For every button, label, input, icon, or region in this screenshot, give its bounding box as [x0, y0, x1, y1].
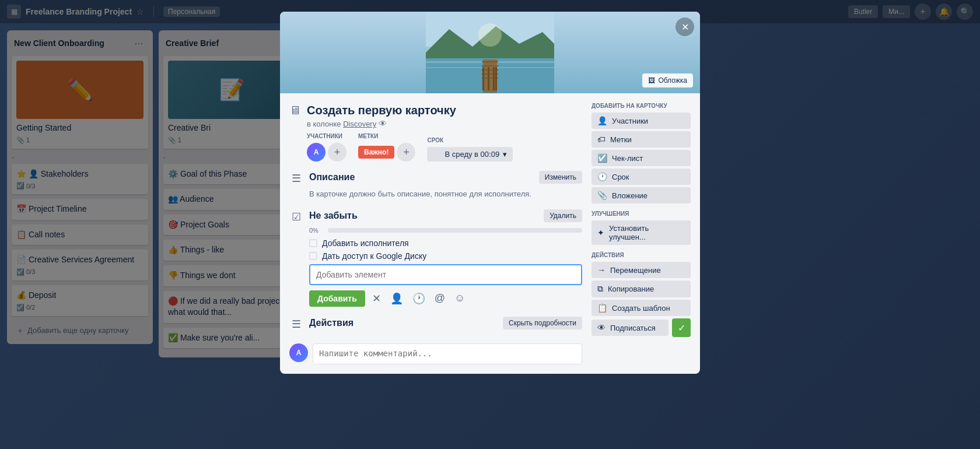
checklist-icon: ☑	[289, 211, 303, 223]
modal-title-wrap: Создать первую карточку в колонке Discov…	[307, 103, 456, 128]
label-important[interactable]: Важно!	[358, 146, 394, 159]
cover-label: Обложка	[658, 76, 687, 85]
emoji-icon-btn[interactable]: ☺	[452, 290, 467, 307]
description-text: В карточке должно быть описание, понятно…	[309, 188, 582, 200]
sidebar-btn-labels[interactable]: 🏷 Метки	[592, 131, 691, 148]
due-checkbox	[433, 150, 441, 159]
actions-icon: ☰	[289, 318, 303, 331]
actions-header: Действия Скрыть подробности	[309, 317, 582, 329]
due-text: В среду в 00:09	[444, 150, 499, 159]
cover-image	[426, 12, 554, 93]
improve-icon: ✦	[597, 228, 604, 237]
assign-icon-btn[interactable]: 👤	[388, 290, 405, 307]
labels-content: Важно! +	[358, 143, 415, 162]
sidebar-checklist-label: Чек-лист	[612, 154, 643, 163]
due-content: В среду в 00:09 ▾	[427, 147, 513, 162]
sidebar-btn-copy[interactable]: ⧉ Копирование	[592, 280, 691, 297]
progress-bar-track	[328, 228, 582, 233]
svg-rect-14	[493, 67, 495, 90]
modal-overlay[interactable]: 🖼 Обложка ✕ 🖥 Создать первую карточку в …	[0, 0, 980, 449]
avatar-comment: А	[289, 343, 308, 362]
checklist-check-1[interactable]	[309, 252, 317, 260]
description-header: Описание Изменить	[309, 171, 582, 184]
cover-icon: 🖼	[648, 76, 655, 85]
sidebar-improve-label: Установить улучшен...	[609, 224, 685, 241]
meta-participants: УЧАСТНИКИ А +	[307, 133, 346, 162]
svg-rect-16	[483, 91, 497, 93]
sidebar-btn-template[interactable]: 📋 Создать шаблон	[592, 300, 691, 316]
sidebar-subscribe-label: Подписаться	[610, 324, 656, 332]
due-label: СРОК	[427, 137, 513, 143]
progress-pct: 0%	[309, 227, 323, 234]
column-link[interactable]: Discovery	[343, 120, 376, 128]
actions-title: Действия	[309, 318, 354, 328]
copy-icon: ⧉	[597, 284, 603, 294]
svg-rect-13	[488, 67, 489, 90]
sidebar-template-label: Создать шаблон	[612, 304, 670, 313]
cover-button[interactable]: 🖼 Обложка	[642, 73, 693, 87]
svg-rect-7	[482, 61, 498, 62]
checklist-section: ☑ Не забыть Удалить 0%	[289, 209, 582, 307]
sidebar-btn-improve[interactable]: ✦ Установить улучшен...	[592, 220, 691, 245]
checklist-item-1: Дать доступ к Google Диску	[309, 251, 582, 261]
add-item-actions: Добавить ✕ 👤 🕐 @ ☺	[309, 290, 582, 307]
watch-icon: 👁	[379, 119, 387, 128]
sidebar-btn-participants[interactable]: 👤 Участники	[592, 113, 691, 129]
description-title: Описание	[309, 172, 355, 183]
modal-header: 🖥 Создать первую карточку в колонке Disc…	[289, 103, 582, 128]
sidebar-btn-attachment[interactable]: 📎 Вложение	[592, 187, 691, 204]
sidebar-participants-label: Участники	[612, 117, 648, 125]
due-date-btn[interactable]: В среду в 00:09 ▾	[427, 147, 513, 162]
sidebar-copy-label: Копирование	[608, 285, 654, 293]
sidebar-btn-checklist[interactable]: ☑️ Чек-лист	[592, 150, 691, 166]
modal-subtitle: в колонке Discovery 👁	[307, 119, 456, 128]
sidebar-attachment-label: Вложение	[612, 191, 648, 200]
mention-icon-btn[interactable]: @	[432, 290, 447, 307]
add-item-input[interactable]	[309, 264, 582, 285]
description-edit-btn[interactable]: Изменить	[539, 171, 582, 184]
attachment-icon: 📎	[597, 191, 607, 200]
hide-details-btn[interactable]: Скрыть подробности	[503, 317, 582, 329]
modal-cover: 🖼 Обложка	[280, 12, 700, 93]
meta-labels: МЕТКИ Важно! +	[358, 133, 415, 162]
chevron-down-icon: ▾	[503, 150, 507, 159]
checklist-delete-btn[interactable]: Удалить	[544, 209, 582, 222]
meta-due: СРОК В среду в 00:09 ▾	[427, 137, 513, 162]
modal-sidebar: ДОБАВИТЬ НА КАРТОЧКУ 👤 Участники 🏷 Метки…	[592, 103, 691, 364]
description-content: Описание Изменить В карточке должно быть…	[309, 171, 582, 200]
sidebar-btn-due[interactable]: 🕐 Срок	[592, 169, 691, 185]
modal-meta-row: УЧАСТНИКИ А + МЕТКИ Важно! +	[289, 133, 582, 162]
move-icon: →	[597, 265, 606, 275]
add-item-btn[interactable]: Добавить	[309, 290, 365, 307]
person-icon: 👤	[597, 116, 607, 125]
svg-rect-8	[482, 65, 498, 66]
add-label-btn[interactable]: +	[397, 143, 415, 162]
modal-title: Создать первую карточку	[307, 103, 456, 118]
subscribe-check-btn[interactable]: ✓	[672, 318, 691, 337]
template-icon: 📋	[597, 303, 607, 313]
sidebar-btn-subscribe[interactable]: 👁 Подписаться	[592, 320, 668, 336]
modal-main: 🖥 Создать первую карточку в колонке Disc…	[289, 103, 582, 364]
checklist-text-0: Добавить исполнителя	[322, 238, 409, 248]
sidebar-due-label: Срок	[612, 173, 629, 181]
checklist-text-1: Дать доступ к Google Диску	[322, 251, 426, 261]
modal-body: 🖥 Создать первую карточку в колонке Disc…	[280, 93, 700, 374]
svg-rect-6	[483, 59, 497, 92]
sidebar-btn-move[interactable]: → Перемещение	[592, 262, 691, 278]
participants-content: А +	[307, 143, 346, 162]
checklist-check-0[interactable]	[309, 239, 317, 247]
labels-label: МЕТКИ	[358, 133, 415, 139]
sidebar-labels-label: Метки	[610, 135, 632, 144]
close-input-btn[interactable]: ✕	[370, 290, 383, 307]
description-section: ☰ Описание Изменить В карточке должно бы…	[289, 171, 582, 200]
avatar-participant[interactable]: А	[307, 143, 326, 162]
comment-input[interactable]	[313, 343, 582, 364]
svg-point-17	[478, 23, 502, 47]
add-participant-btn[interactable]: +	[328, 143, 346, 162]
checklist-item-0: Добавить исполнителя	[309, 238, 582, 248]
modal-close-btn[interactable]: ✕	[676, 17, 694, 36]
clock-icon-btn[interactable]: 🕐	[410, 290, 428, 307]
participants-label: УЧАСТНИКИ	[307, 133, 346, 139]
card-icon: 🖥	[289, 104, 301, 117]
tag-icon: 🏷	[597, 135, 606, 144]
